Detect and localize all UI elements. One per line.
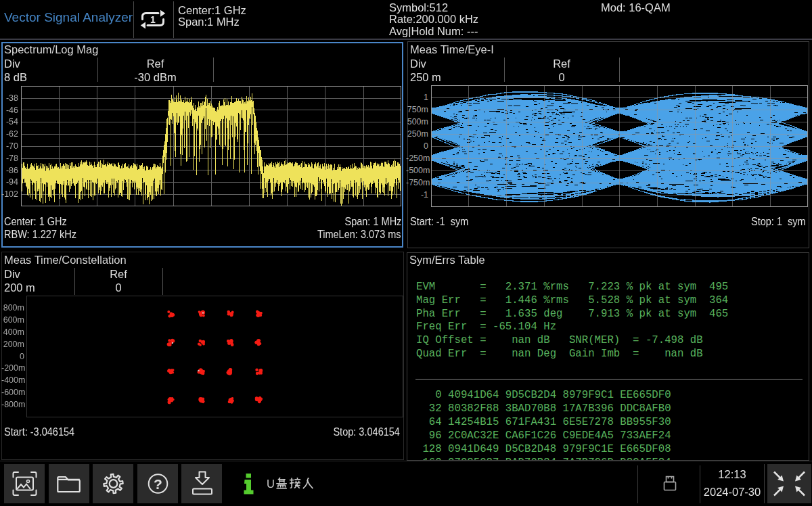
svg-text:1: 1 xyxy=(150,14,156,25)
svg-text:?: ? xyxy=(154,476,162,492)
